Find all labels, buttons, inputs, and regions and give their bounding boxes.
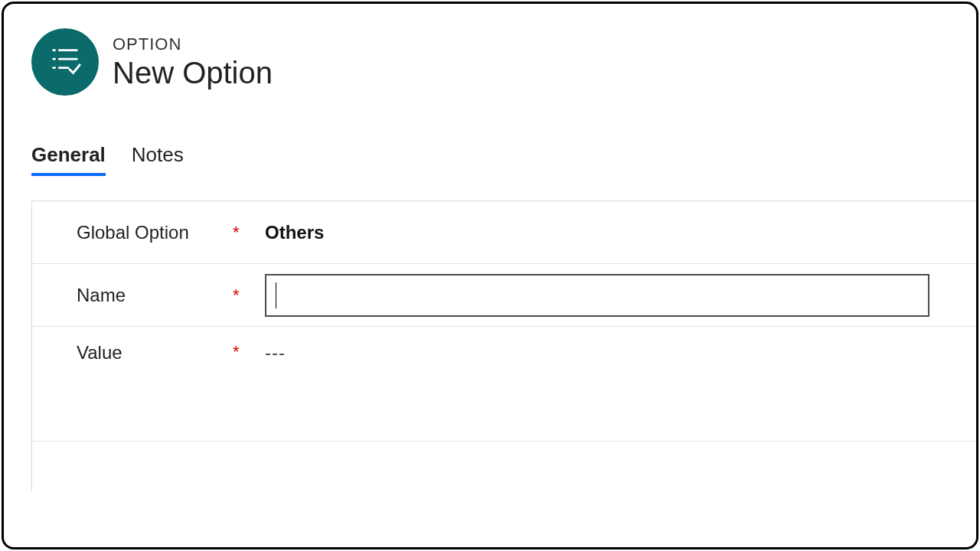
row-value: Value * --- xyxy=(32,327,976,442)
tab-general[interactable]: General xyxy=(31,143,106,176)
name-value-cell xyxy=(251,274,976,317)
row-global-option: Global Option * Others xyxy=(32,201,976,264)
row-name: Name * xyxy=(32,264,976,327)
required-marker: * xyxy=(233,285,251,305)
page-header: OPTION New Option xyxy=(4,4,976,96)
global-option-value-cell[interactable]: Others xyxy=(251,222,976,243)
label-name: Name xyxy=(52,285,233,306)
tab-notes[interactable]: Notes xyxy=(132,143,184,176)
form-panel: Global Option * Others Name * Value * --… xyxy=(31,201,976,491)
tabs: General Notes xyxy=(4,96,976,176)
text-caret xyxy=(276,282,276,308)
entity-kicker: OPTION xyxy=(113,34,273,54)
global-option-value: Others xyxy=(265,222,324,243)
header-text: OPTION New Option xyxy=(113,34,273,90)
label-value: Value xyxy=(52,342,233,364)
window-frame: OPTION New Option General Notes Global O… xyxy=(2,2,978,549)
required-marker: * xyxy=(233,342,251,362)
entity-badge xyxy=(31,28,99,96)
label-global-option: Global Option xyxy=(52,222,233,243)
required-marker: * xyxy=(233,223,251,243)
value-value-cell[interactable]: --- xyxy=(251,342,976,364)
page-title: New Option xyxy=(113,56,273,90)
name-input[interactable] xyxy=(265,274,929,317)
option-list-icon xyxy=(47,43,83,81)
name-input-wrap xyxy=(265,274,929,317)
value-placeholder: --- xyxy=(265,342,286,364)
